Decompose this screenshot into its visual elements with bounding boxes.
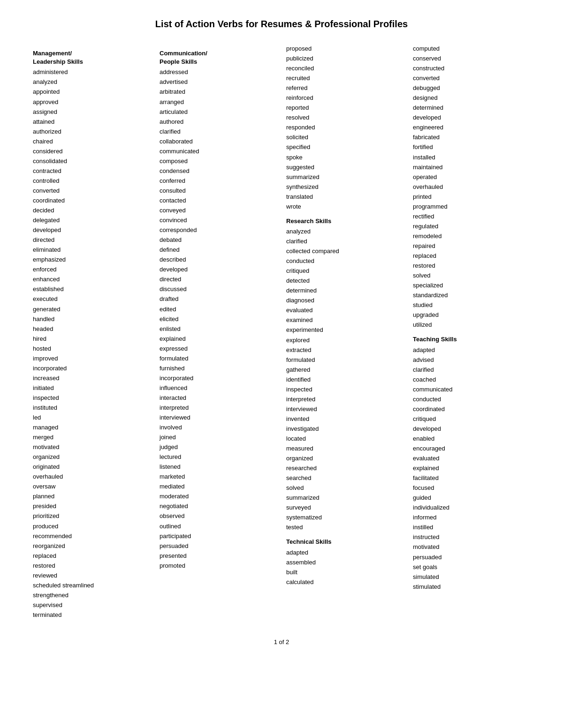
list-item: publicized: [286, 53, 403, 63]
list-item: delegated: [33, 215, 150, 225]
list-item: assembled: [286, 557, 403, 567]
list-item: fabricated: [413, 132, 530, 142]
list-item: developed: [413, 113, 530, 122]
list-item: enlisted: [160, 324, 277, 334]
list-item: contracted: [33, 166, 150, 176]
list-item: inspected: [33, 393, 150, 403]
list-item: upgraded: [413, 310, 530, 320]
list-item: planned: [33, 491, 150, 501]
section-header-2-2: Technical Skills: [286, 538, 403, 546]
list-item: furnished: [160, 363, 277, 373]
list-item: initiated: [33, 383, 150, 393]
list-item: overhauled: [413, 182, 530, 192]
column-1: Communication/People Skillsaddressedadve…: [155, 44, 282, 620]
list-item: consolidated: [33, 156, 150, 166]
list-item: adapted: [286, 548, 403, 557]
list-item: convinced: [160, 215, 277, 225]
list-item: reported: [286, 103, 403, 113]
list-item: listened: [160, 462, 277, 472]
list-item: extracted: [286, 345, 403, 355]
list-item: conserved: [413, 53, 530, 63]
list-item: consulted: [160, 186, 277, 195]
list-item: articulated: [160, 107, 277, 117]
list-item: translated: [286, 192, 403, 202]
list-item: influenced: [160, 383, 277, 393]
list-item: determined: [286, 285, 403, 295]
list-item: studied: [413, 300, 530, 310]
list-item: converted: [413, 73, 530, 83]
list-item: marketed: [160, 472, 277, 481]
list-item: mediated: [160, 481, 277, 491]
list-item: contacted: [160, 195, 277, 205]
list-item: simulated: [413, 572, 530, 582]
list-item: set goals: [413, 562, 530, 572]
list-item: authorized: [33, 127, 150, 136]
page-title: List of Action Verbs for Resumes & Profe…: [28, 19, 535, 30]
list-item: addressed: [160, 67, 277, 77]
list-item: formulated: [160, 353, 277, 363]
list-item: evaluated: [413, 453, 530, 463]
list-item: spoke: [286, 152, 403, 162]
list-item: motivated: [413, 542, 530, 552]
list-item: searched: [286, 473, 403, 483]
list-item: conducted: [286, 256, 403, 266]
list-item: recommended: [33, 531, 150, 541]
list-item: handled: [33, 314, 150, 324]
list-item: oversaw: [33, 481, 150, 491]
list-item: diagnosed: [286, 295, 403, 305]
list-item: synthesized: [286, 182, 403, 192]
list-item: guided: [413, 493, 530, 503]
list-item: hired: [33, 334, 150, 344]
list-item: invented: [286, 414, 403, 424]
list-item: researched: [286, 463, 403, 473]
list-item: critiqued: [286, 266, 403, 276]
list-item: eliminated: [33, 245, 150, 255]
list-item: resolved: [286, 113, 403, 122]
list-item: communicated: [160, 146, 277, 156]
list-item: administered: [33, 67, 150, 77]
list-item: detected: [286, 276, 403, 285]
list-item: investigated: [286, 424, 403, 434]
list-item: evaluated: [286, 305, 403, 315]
list-item: chaired: [33, 136, 150, 146]
list-item: established: [33, 284, 150, 294]
list-item: outlined: [160, 521, 277, 531]
list-item: enabled: [413, 434, 530, 443]
list-item: increased: [33, 373, 150, 383]
list-item: approved: [33, 97, 150, 107]
list-item: summarized: [286, 493, 403, 503]
list-item: scheduled streamlined: [33, 580, 150, 590]
list-item: organized: [286, 453, 403, 463]
list-item: communicated: [413, 384, 530, 394]
column-0: Management/Leadership Skillsadministered…: [28, 44, 155, 620]
list-item: edited: [160, 304, 277, 314]
list-item: originated: [33, 462, 150, 472]
list-item: emphasized: [33, 255, 150, 264]
list-item: specialized: [413, 280, 530, 290]
list-item: inspected: [286, 384, 403, 394]
list-item: restored: [33, 561, 150, 570]
list-item: attained: [33, 117, 150, 127]
list-item: described: [160, 255, 277, 264]
list-item: conferred: [160, 176, 277, 186]
list-item: converted: [33, 186, 150, 195]
list-item: individualized: [413, 503, 530, 512]
list-item: reorganized: [33, 541, 150, 551]
list-item: presented: [160, 551, 277, 561]
list-item: standardized: [413, 290, 530, 300]
list-item: referred: [286, 83, 403, 93]
list-item: appointed: [33, 87, 150, 97]
list-item: incorporated: [160, 373, 277, 383]
list-item: remodeled: [413, 231, 530, 241]
page-footer: 1 of 2: [28, 638, 535, 645]
list-item: persuaded: [413, 552, 530, 562]
list-item: clarified: [413, 365, 530, 375]
list-item: clarified: [160, 127, 277, 136]
list-item: directed: [160, 274, 277, 284]
list-item: explained: [413, 463, 530, 473]
list-item: interpreted: [160, 403, 277, 413]
list-item: facilitated: [413, 473, 530, 483]
column-2: proposedpublicizedreconciledrecruitedref…: [282, 44, 408, 620]
list-item: joined: [160, 432, 277, 442]
list-item: instilled: [413, 522, 530, 532]
